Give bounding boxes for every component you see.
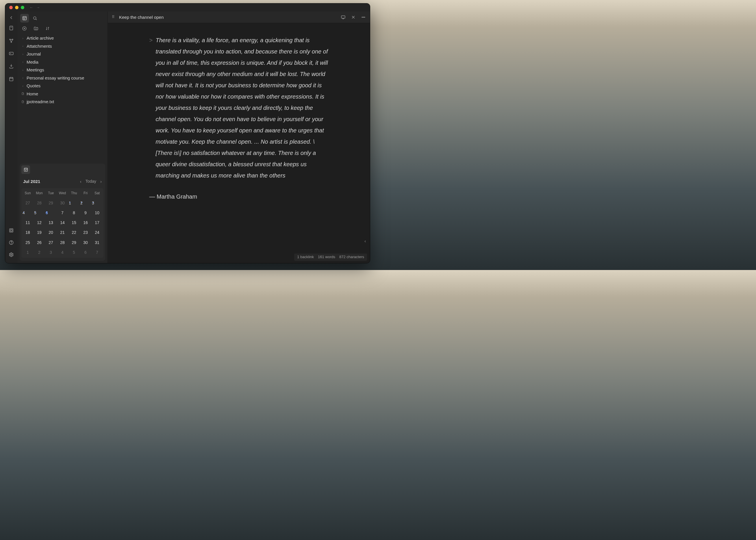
calendar-day-cell[interactable]: 6	[80, 249, 91, 256]
traffic-lights	[9, 6, 24, 9]
calendar-day-header: Thu	[68, 190, 80, 197]
svg-rect-15	[23, 17, 26, 20]
calendar-day-cell[interactable]: 28	[34, 199, 45, 207]
calendar-day-cell[interactable]: 17	[91, 219, 103, 226]
folder-node[interactable]: ›Media	[20, 58, 105, 66]
calendar-day-cell[interactable]: 24	[91, 229, 103, 236]
calendar-day-cell[interactable]: 7	[91, 249, 103, 256]
folder-node[interactable]: ›Article archive	[20, 34, 105, 42]
svg-point-18	[34, 17, 36, 19]
drag-handle-icon[interactable]: ⠿	[112, 15, 115, 20]
file-explorer-tab[interactable]	[20, 14, 29, 23]
chevron-right-icon: ›	[21, 84, 24, 88]
calendar-day-cell[interactable]: 10	[91, 209, 103, 216]
status-words: 161 words	[318, 255, 335, 260]
daily-note-icon[interactable]	[8, 75, 15, 83]
rail-bottom	[5, 227, 17, 260]
new-note-button[interactable]	[21, 26, 27, 31]
quote-attribution: — Martha Graham	[149, 193, 328, 200]
calendar-day-cell[interactable]: 1	[22, 249, 34, 256]
folder-node[interactable]: ›Attatchments	[20, 42, 105, 50]
quick-switcher-icon[interactable]	[8, 24, 15, 32]
calendar-tab[interactable]	[21, 165, 30, 174]
folder-node[interactable]: ›Quotes	[20, 82, 105, 90]
calendar-day-cell[interactable]: 18	[22, 229, 34, 236]
zoom-window-button[interactable]	[21, 6, 24, 9]
calendar-day-cell[interactable]: 3	[45, 249, 57, 256]
history-back-button[interactable]: ←	[30, 5, 33, 10]
calendar-day-cell[interactable]: 8	[68, 209, 80, 216]
calendar-day-cell[interactable]: 27	[22, 199, 34, 207]
graph-view-icon[interactable]	[8, 37, 15, 45]
calendar-day-header: Sun	[22, 190, 34, 197]
calendar-day-cell[interactable]: 20	[45, 229, 57, 236]
calendar-day-header: Mon	[34, 190, 45, 197]
calendar-day-cell[interactable]: 5	[34, 209, 37, 212]
calendar-day-cell[interactable]: 12	[34, 219, 45, 226]
file-node[interactable]: Home	[20, 90, 105, 98]
preview-mode-icon[interactable]	[341, 15, 346, 20]
calendar-day-cell[interactable]: 16	[80, 219, 91, 226]
calendar-day-cell[interactable]: 23	[80, 229, 91, 236]
calendar-day-header: Fri	[80, 190, 91, 197]
folder-node[interactable]: ›Journal	[20, 50, 105, 58]
new-folder-button[interactable]	[33, 26, 39, 31]
calendar-day-cell[interactable]: 14	[57, 219, 68, 226]
close-window-button[interactable]	[9, 6, 13, 9]
calendar-day-cell[interactable]: 30	[80, 239, 91, 246]
calendar-day-cell[interactable]: 1	[68, 199, 72, 202]
calendar-day-cell[interactable]: 2	[34, 249, 45, 256]
folder-node[interactable]: ›Meetings	[20, 66, 105, 74]
tree-node-label: Media	[27, 59, 39, 65]
expand-right-sidebar-button[interactable]: ‹	[364, 238, 366, 244]
calendar-day-cell[interactable]: 15	[68, 219, 80, 226]
calendar-day-cell[interactable]: 4	[57, 249, 68, 256]
chevron-right-icon: ›	[21, 68, 24, 72]
calendar-day-cell[interactable]: 25	[22, 239, 34, 246]
collapse-sidebar-button[interactable]	[8, 14, 15, 21]
calendar-day-cell[interactable]: 27	[45, 239, 57, 246]
calendar-prev-button[interactable]: ‹	[80, 179, 81, 185]
calendar-day-cell[interactable]: 21	[57, 229, 68, 236]
status-characters: 872 characters	[339, 255, 364, 260]
file-node[interactable]: jpotreadme.txt	[20, 98, 105, 106]
calendar-today-button[interactable]: Today	[85, 179, 96, 184]
calendar-next-button[interactable]: ›	[100, 179, 102, 185]
vault-icon[interactable]	[8, 227, 15, 234]
svg-point-32	[362, 17, 362, 17]
calendar-day-cell[interactable]: 29	[45, 199, 57, 207]
editor-body[interactable]: There is a vitality, a life force, an en…	[108, 23, 370, 263]
help-icon[interactable]	[8, 239, 15, 246]
calendar-day-cell[interactable]: 2	[80, 199, 83, 202]
calendar-day-cell[interactable]: 6	[45, 209, 49, 212]
calendar-day-cell[interactable]: 3	[91, 199, 95, 202]
calendar-day-cell[interactable]: 31	[91, 239, 103, 246]
calendar-day-cell[interactable]: 26	[34, 239, 45, 246]
folder-node[interactable]: ›Personal essay writing course	[20, 74, 105, 82]
calendar-day-cell[interactable]: 29	[68, 239, 80, 246]
history-forward-button[interactable]: →	[36, 5, 40, 10]
calendar-day-header: Tue	[45, 190, 57, 197]
close-pane-button[interactable]	[351, 15, 356, 20]
command-palette-icon[interactable]	[8, 50, 15, 57]
svg-rect-5	[9, 52, 13, 55]
calendar-header: Jul 2021 ‹ Today ›	[20, 174, 105, 187]
calendar-day-cell[interactable]: 28	[57, 239, 68, 246]
calendar-day-cell[interactable]: 13	[45, 219, 57, 226]
minimize-window-button[interactable]	[15, 6, 19, 9]
settings-icon[interactable]	[8, 251, 15, 258]
sort-button[interactable]	[45, 26, 50, 31]
search-tab[interactable]	[31, 14, 39, 23]
chevron-right-icon: ›	[21, 52, 24, 56]
calendar-day-cell[interactable]: 4	[22, 209, 25, 212]
status-backlinks[interactable]: 1 backlink	[297, 255, 314, 260]
more-options-icon[interactable]	[361, 15, 366, 20]
calendar-day-cell[interactable]: 9	[80, 209, 91, 216]
calendar-day-cell[interactable]: 11	[22, 219, 34, 226]
calendar-day-cell[interactable]: 30	[57, 199, 68, 207]
calendar-day-cell[interactable]: 22	[68, 229, 80, 236]
import-icon[interactable]	[8, 63, 15, 70]
calendar-day-cell[interactable]: 7	[57, 209, 68, 216]
calendar-day-cell[interactable]: 19	[34, 229, 45, 236]
calendar-day-cell[interactable]: 5	[68, 249, 80, 256]
